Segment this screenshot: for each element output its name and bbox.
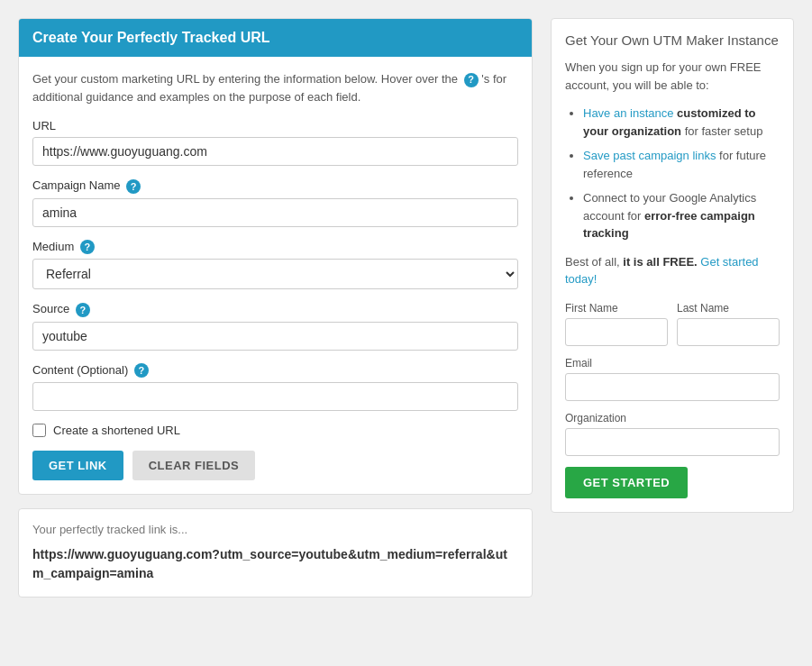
url-label: URL [32, 119, 518, 132]
shorten-label[interactable]: Create a shortened URL [53, 424, 180, 437]
result-card: Your perfectly tracked link is... https:… [18, 508, 533, 598]
source-input[interactable] [32, 322, 518, 351]
button-row: GET LINK CLEAR FIELDS [32, 451, 518, 480]
signup-card: Get Your Own UTM Maker Instance When you… [551, 18, 794, 513]
source-field-group: Source ? [32, 302, 518, 351]
url-input[interactable] [32, 137, 518, 166]
campaign-name-input[interactable] [32, 198, 518, 227]
email-input[interactable] [565, 373, 780, 401]
last-name-input[interactable] [677, 318, 780, 346]
features-list: Have an instance customized to your orga… [565, 105, 780, 242]
org-group: Organization [565, 412, 780, 456]
first-name-group: First Name [565, 302, 668, 346]
email-label: Email [565, 357, 780, 369]
free-text-before: Best of all, [565, 255, 623, 269]
campaign-info-icon[interactable]: ? [126, 179, 141, 194]
source-info-icon[interactable]: ? [76, 303, 90, 317]
org-label: Organization [565, 412, 780, 424]
signup-intro: When you sign up for your own FREE accou… [565, 59, 780, 94]
campaign-name-field-group: Campaign Name ? [32, 178, 518, 227]
free-text-bold: it is all FREE. [623, 255, 697, 269]
medium-info-icon[interactable]: ? [80, 240, 95, 254]
last-name-label: Last Name [677, 302, 780, 315]
campaign-name-label: Campaign Name ? [32, 178, 518, 194]
feature-item-2: Save past campaign links for future refe… [583, 147, 780, 182]
email-group: Email [565, 357, 780, 401]
content-label: Content (Optional) ? [32, 363, 518, 379]
result-label: Your perfectly tracked link is... [32, 523, 518, 536]
medium-select[interactable]: Referral Email Social CPC Organic Other [32, 259, 518, 289]
source-label: Source ? [32, 302, 518, 317]
signup-title: Get Your Own UTM Maker Instance [565, 32, 780, 48]
form-card: Create Your Perfectly Tracked URL Get yo… [18, 18, 533, 495]
first-name-label: First Name [565, 302, 668, 315]
clear-fields-button[interactable]: CLEAR FIELDS [132, 451, 256, 480]
shorten-checkbox[interactable] [32, 424, 46, 437]
feature-2-link: Save past campaign links [583, 149, 716, 162]
intro-text: Get your custom marketing URL by enterin… [32, 70, 518, 105]
intro-info-icon[interactable]: ? [464, 73, 479, 87]
left-column: Create Your Perfectly Tracked URL Get yo… [18, 18, 533, 598]
org-input[interactable] [565, 428, 780, 456]
right-column: Get Your Own UTM Maker Instance When you… [551, 18, 794, 598]
get-started-button[interactable]: GET STARTED [565, 467, 688, 498]
get-link-button[interactable]: GET LINK [32, 451, 123, 480]
signup-name-row: First Name Last Name [565, 302, 780, 346]
medium-field-group: Medium ? Referral Email Social CPC Organ… [32, 240, 518, 290]
result-url: https://www.guoyuguang.com?utm_source=yo… [32, 545, 518, 583]
content-field-group: Content (Optional) ? [32, 363, 518, 412]
shorten-checkbox-group: Create a shortened URL [32, 424, 518, 437]
medium-label: Medium ? [32, 240, 518, 255]
last-name-group: Last Name [677, 302, 780, 346]
free-text: Best of all, it is all FREE. Get started… [565, 253, 780, 288]
feature-1-after: for faster setup [681, 124, 762, 138]
content-input[interactable] [32, 382, 518, 411]
first-name-input[interactable] [565, 318, 668, 346]
form-card-body: Get your custom marketing URL by enterin… [19, 57, 532, 494]
form-card-header: Create Your Perfectly Tracked URL [19, 19, 532, 57]
form-title: Create Your Perfectly Tracked URL [32, 30, 270, 45]
content-info-icon[interactable]: ? [134, 363, 149, 378]
feature-item-1: Have an instance customized to your orga… [583, 105, 780, 140]
feature-item-3: Connect to your Google Analytics account… [583, 189, 780, 242]
feature-1-link: Have an instance [583, 106, 677, 120]
url-field-group: URL [32, 119, 518, 166]
